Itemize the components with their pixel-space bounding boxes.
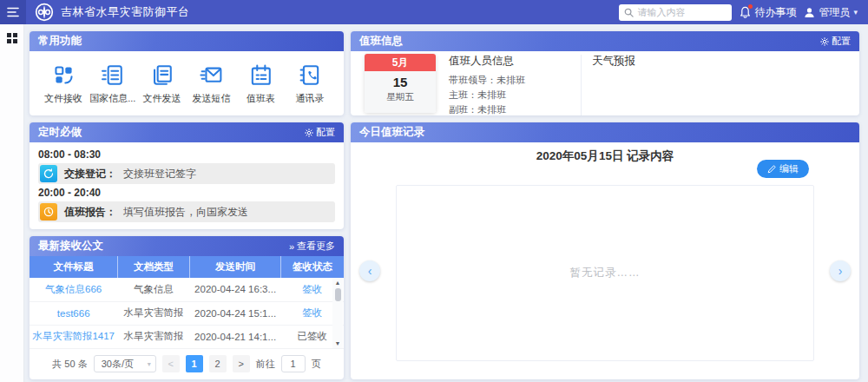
- config-label: 配置: [316, 126, 335, 139]
- table-scrollbar[interactable]: ▲ ▼: [332, 278, 343, 348]
- duty-roster-icon: [248, 63, 273, 88]
- quick-item-file-receive[interactable]: 文件接收: [41, 63, 86, 105]
- next-page-button[interactable]: >: [233, 355, 250, 372]
- doc-title-link[interactable]: 气象信息666: [30, 278, 117, 301]
- col-send-time: 发送时间: [190, 256, 281, 278]
- doc-type: 水旱灾害简报: [117, 301, 189, 325]
- file-send-icon: [149, 63, 174, 88]
- task-desc: 交接班登记签字: [123, 167, 196, 181]
- table-row: test666 水旱灾害简报 2020-04-24 15:1... 签收: [30, 301, 344, 325]
- duty-personnel-info: 值班人员信息 带班领导：未排班 主班：未排班 副班：未排班: [449, 53, 581, 115]
- date-day: 15: [365, 75, 436, 89]
- quick-item-national-info[interactable]: 国家信息...: [90, 63, 135, 105]
- panel-title: 值班信息: [359, 34, 403, 49]
- bell-icon: [740, 6, 751, 18]
- send-sms-icon: [199, 63, 224, 88]
- weather-section: 天气预报: [582, 53, 635, 69]
- panel-header: 定时必做 配置: [30, 122, 344, 142]
- page-unit-label: 页: [312, 358, 321, 371]
- quick-item-label: 文件发送: [143, 92, 181, 105]
- hamburger-menu-button[interactable]: [0, 0, 26, 24]
- quick-item-label: 文件接收: [44, 92, 82, 105]
- col-doc-type: 文档类型: [117, 256, 189, 278]
- national-info-icon: [100, 63, 125, 88]
- caret-down-icon: ▾: [853, 8, 858, 16]
- doc-type: 水旱灾害简报: [117, 325, 189, 348]
- prev-page-button[interactable]: <: [162, 355, 180, 372]
- more-icon: »: [289, 241, 294, 252]
- col-sign-status: 签收状态: [281, 256, 344, 278]
- quick-item-label: 值班表: [247, 92, 275, 105]
- panel-header: 常用功能: [30, 31, 344, 51]
- apps-grid-icon[interactable]: [7, 33, 17, 43]
- config-button[interactable]: 配置: [305, 126, 335, 139]
- task-name: 交接登记：: [64, 167, 116, 181]
- quick-item-duty-roster[interactable]: 值班表: [238, 63, 283, 105]
- doc-time: 2020-04-24 16:3...: [190, 278, 281, 301]
- scrollbar-thumb[interactable]: [335, 288, 341, 301]
- scroll-up-icon[interactable]: ▲: [335, 279, 341, 286]
- table-row: 气象信息666 气象信息 2020-04-24 16:3... 签收: [30, 278, 344, 301]
- user-name: 管理员: [819, 5, 850, 20]
- collapsed-sidebar: [0, 24, 24, 382]
- search-input[interactable]: [637, 7, 727, 17]
- col-doc-title: 文件标题: [30, 256, 117, 278]
- panel-latest-documents: 最新接收公文 » 查看更多 文件标题 文档类型 发送时间 签收状态: [30, 236, 344, 379]
- page-button-2[interactable]: 2: [209, 355, 227, 372]
- notification-dot: [748, 4, 753, 9]
- file-receive-icon: [51, 63, 76, 88]
- chevron-left-icon: ‹: [368, 264, 372, 278]
- quick-item-contacts[interactable]: 通讯录: [287, 63, 332, 105]
- config-button[interactable]: 配置: [820, 35, 851, 48]
- doc-title-link[interactable]: test666: [30, 301, 117, 325]
- carousel-next-button[interactable]: ›: [830, 260, 851, 281]
- search-icon: [624, 8, 634, 17]
- task-time: 20:00 - 20:40: [38, 187, 335, 199]
- page-button-1[interactable]: 1: [186, 355, 203, 372]
- main-content: 常用功能 文件接收: [24, 24, 868, 382]
- quick-item-file-send[interactable]: 文件发送: [140, 63, 185, 105]
- scroll-down-icon[interactable]: ▼: [335, 339, 341, 347]
- panel-quick-functions: 常用功能 文件接收: [30, 31, 344, 115]
- config-label: 配置: [832, 35, 851, 48]
- edit-record-button[interactable]: 编辑: [757, 160, 809, 178]
- goto-page-input[interactable]: [281, 355, 306, 372]
- date-card: 5月 15 星期五: [365, 54, 436, 113]
- doc-title-link[interactable]: 水旱灾害简报1417: [30, 325, 117, 348]
- task-time: 08:00 - 08:30: [38, 148, 335, 161]
- task-name: 值班报告：: [64, 205, 116, 220]
- todo-menu[interactable]: 待办事项: [740, 5, 796, 20]
- report-clock-icon: [40, 203, 57, 221]
- user-icon: [804, 7, 815, 18]
- chevron-right-icon: ›: [838, 264, 843, 278]
- panel-duty-record: 今日值班记录 2020年05月15日 记录内容 编辑 暂无记录…… ‹ ›: [351, 122, 859, 379]
- quick-item-label: 发送短信: [192, 92, 230, 105]
- handover-clock-icon: [40, 165, 57, 182]
- panel-header: 最新接收公文 » 查看更多: [30, 236, 344, 256]
- quick-item-send-sms[interactable]: 发送短信: [188, 63, 233, 105]
- panel-duty-info: 值班信息 配置 5月 15 星期五 值班人员信息: [351, 31, 859, 115]
- documents-table: 文件标题 文档类型 发送时间 签收状态 气象信息666 气象信息 2020-04…: [30, 256, 344, 349]
- panel-scheduled-tasks: 定时必做 配置 08:00 - 08:30 交接登记：: [30, 122, 344, 229]
- panel-header: 值班信息 配置: [351, 31, 859, 51]
- gear-icon: [305, 128, 313, 137]
- page-size-select[interactable]: 30条/页 ▾: [94, 355, 156, 372]
- doc-time: 2020-04-24 15:1...: [190, 301, 281, 325]
- view-more-link[interactable]: » 查看更多: [289, 240, 335, 253]
- task-item[interactable]: 值班报告： 填写值班报告，向国家发送: [38, 201, 335, 222]
- pagination: 共 50 条 30条/页 ▾ < 1 2 > 前往 页: [30, 349, 344, 380]
- total-count: 共 50 条: [52, 358, 87, 371]
- table-header-row: 文件标题 文档类型 发送时间 签收状态: [30, 256, 344, 278]
- view-more-label: 查看更多: [297, 240, 335, 253]
- personnel-line: 主班：未排班: [449, 88, 581, 102]
- task-desc: 填写值班报告，向国家发送: [123, 205, 248, 220]
- task-item[interactable]: 交接登记： 交接班登记签字: [38, 163, 335, 184]
- date-month: 5月: [365, 54, 436, 71]
- global-search[interactable]: [619, 4, 732, 21]
- personnel-line: 副班：未排班: [449, 102, 581, 115]
- top-navbar: 吉林省水旱灾害防御平台 待办事项 管理员 ▾: [0, 0, 868, 24]
- panel-title: 最新接收公文: [38, 239, 103, 254]
- user-menu[interactable]: 管理员 ▾: [804, 5, 858, 20]
- carousel-prev-button[interactable]: ‹: [359, 260, 380, 281]
- page-size-value: 30条/页: [102, 358, 134, 371]
